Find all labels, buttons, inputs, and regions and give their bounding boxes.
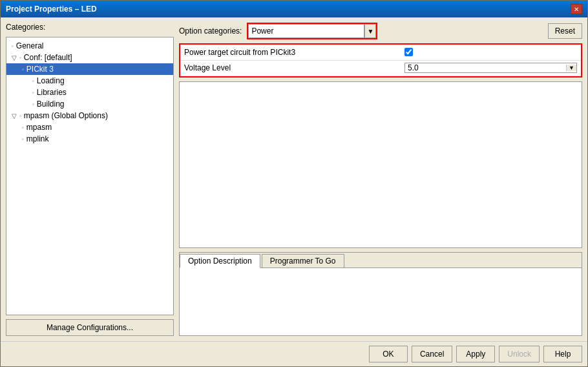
cancel-button[interactable]: Cancel (412, 346, 452, 362)
option-categories-arrow[interactable]: ▼ (364, 24, 376, 38)
button-row: OK Cancel Apply Unlock Help (1, 341, 587, 366)
tree-item-conf-default[interactable]: ▽ ◦ Conf: [default] (6, 52, 173, 63)
tree-item-label: mplink (26, 134, 49, 143)
dot-icon: ◦ (22, 125, 24, 131)
tab-content (180, 268, 582, 335)
categories-label: Categories: (6, 23, 174, 32)
voltage-select-wrapper: ▼ (404, 63, 577, 73)
tree-item-label: mpasm (26, 123, 52, 132)
checkbox-cell (404, 48, 577, 56)
option-categories-select[interactable]: Power Program Erase Memories to Program (248, 24, 364, 38)
voltage-arrow[interactable]: ▼ (566, 65, 576, 71)
tree-item-libraries[interactable]: ◦ Libraries (6, 87, 173, 98)
tree-item-label: Building (37, 100, 65, 109)
dot-icon: ◦ (19, 113, 21, 119)
dialog-title: Project Properties – LED (6, 5, 97, 14)
tree-item-loading[interactable]: ◦ Loading (6, 75, 173, 87)
option-categories-label: Option categories: (179, 26, 242, 36)
tree-item-building[interactable]: ◦ Building (6, 98, 173, 110)
left-panel: Categories: ◦ General ▽ ◦ Conf: [default… (6, 23, 174, 336)
project-properties-dialog: Project Properties – LED ✕ Categories: ◦… (0, 0, 588, 367)
right-panel: Option categories: Power Program Erase M… (179, 23, 582, 336)
expand-icon: ▽ (12, 54, 18, 61)
option-categories-select-wrapper: Power Program Erase Memories to Program … (247, 23, 377, 39)
option-categories-row: Option categories: Power Program Erase M… (179, 23, 582, 39)
title-bar: Project Properties – LED ✕ (1, 1, 587, 17)
dot-icon: ◦ (22, 136, 24, 142)
table-cell-label: Power target circuit from PICkit3 (180, 45, 401, 60)
table-cell-label: Voltage Level (180, 60, 401, 76)
dot-icon: ◦ (32, 101, 34, 107)
tree-item-label: mpasm (Global Options) (24, 111, 108, 120)
dot-icon: ◦ (19, 55, 21, 61)
tree-item-label: Loading (37, 76, 65, 85)
dot-icon: ◦ (12, 43, 14, 49)
tree-container: ◦ General ▽ ◦ Conf: [default] ◦ PICkit 3… (6, 37, 174, 315)
tree-item-mpasm-global[interactable]: ▽ ◦ mpasm (Global Options) (6, 110, 173, 121)
tree-item-label: Conf: [default] (24, 53, 72, 62)
tree-item-general[interactable]: ◦ General (6, 40, 173, 52)
table-cell-voltage: ▼ (401, 60, 581, 76)
table-row: Voltage Level ▼ (180, 60, 581, 76)
tree-item-mplink[interactable]: ◦ mplink (6, 133, 173, 145)
dialog-body: Categories: ◦ General ▽ ◦ Conf: [default… (1, 17, 587, 341)
voltage-input[interactable] (405, 63, 566, 72)
unlock-button[interactable]: Unlock (499, 346, 540, 362)
dot-icon: ◦ (22, 67, 24, 72)
tree-item-mpasm[interactable]: ◦ mpasm (6, 121, 173, 133)
apply-button[interactable]: Apply (456, 346, 495, 362)
options-empty-area (179, 81, 582, 249)
manage-configurations-button[interactable]: Manage Configurations... (6, 319, 174, 336)
table-row: Power target circuit from PICkit3 (180, 45, 581, 60)
reset-button[interactable]: Reset (548, 23, 582, 39)
dot-icon: ◦ (32, 78, 34, 84)
tab-programmer-to-go[interactable]: Programmer To Go (262, 254, 344, 267)
tree-item-label: General (16, 41, 44, 50)
tree-item-label: Libraries (37, 88, 67, 97)
tree-item-label: PICkit 3 (26, 65, 54, 74)
dot-icon: ◦ (32, 90, 34, 96)
tree-item-pickit3[interactable]: ◦ PICkit 3 (6, 63, 173, 75)
expand-icon: ▽ (12, 112, 18, 120)
table-cell-checkbox (401, 45, 581, 60)
close-button[interactable]: ✕ (571, 4, 582, 14)
help-button[interactable]: Help (543, 346, 582, 362)
power-target-checkbox[interactable] (404, 48, 413, 56)
tab-bar: Option Description Programmer To Go (180, 253, 582, 268)
tab-option-description[interactable]: Option Description (180, 254, 260, 268)
description-panel: Option Description Programmer To Go (179, 252, 582, 336)
options-table-inner: Power target circuit from PICkit3 Voltag… (180, 45, 581, 76)
ok-button[interactable]: OK (369, 346, 408, 362)
options-table: Power target circuit from PICkit3 Voltag… (179, 43, 582, 78)
